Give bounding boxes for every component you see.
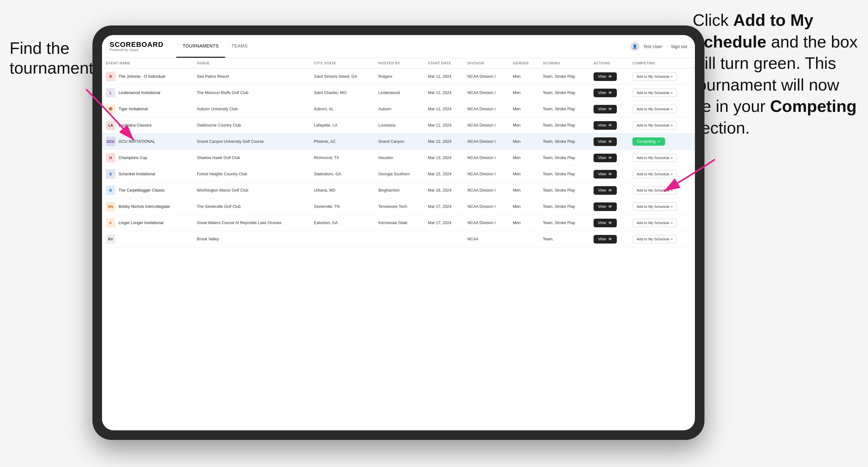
hosted-cell: Binghamton [375, 182, 424, 198]
gender-cell [509, 231, 539, 247]
tab-teams[interactable]: TEAMS [225, 35, 254, 58]
plus-icon: + [671, 123, 673, 127]
actions-cell: View 👁 [590, 85, 629, 101]
competing-button[interactable]: Competing ✓ [632, 137, 665, 146]
add-to-schedule-button[interactable]: Add to My Schedule + [632, 72, 677, 81]
gender-cell: Men [509, 85, 539, 101]
event-name: The Carpetbagger Classic [119, 188, 165, 192]
scoring-cell: Team, Stroke Play [539, 198, 590, 215]
city-cell: Eatonton, GA [310, 215, 375, 231]
scoring-cell: Team, Stroke Play [539, 150, 590, 166]
th-event: EVENT NAME [102, 58, 193, 68]
eye-icon: 👁 [608, 91, 612, 95]
venue-cell: Oakbourne Country Club [193, 117, 310, 133]
view-button[interactable]: View 👁 [593, 186, 617, 195]
plus-icon: + [671, 107, 673, 111]
venue-cell: Grand Canyon University Golf Course [193, 133, 310, 150]
gender-cell: Men [509, 166, 539, 182]
city-cell: Urbana, MD [310, 182, 375, 198]
table-row: B The Carpetbagger Classic Worthington M… [102, 182, 695, 198]
eye-icon: 👁 [608, 204, 612, 209]
th-hosted: HOSTED BY [375, 58, 424, 68]
division-cell: NCAA Division I [464, 101, 509, 117]
actions-cell: View 👁 [590, 231, 629, 247]
annotation-right: Click Add to My Schedule and the box wil… [693, 9, 859, 139]
eye-icon: 👁 [608, 172, 612, 177]
gender-cell: Men [509, 68, 539, 85]
date-cell: Mar 17, 2024 [424, 198, 464, 215]
logo-text: SCOREBOARD [110, 41, 163, 48]
actions-cell: View 👁 [590, 133, 629, 150]
city-cell: Statesboro, GA [310, 166, 375, 182]
view-button[interactable]: View 👁 [593, 170, 617, 179]
add-to-schedule-button[interactable]: Add to My Schedule + [632, 235, 677, 243]
view-button[interactable]: View 👁 [593, 203, 617, 211]
tablet-screen: SCOREBOARD Powered by clippd TOURNAMENTS… [102, 35, 695, 430]
city-cell: Sevierville, TN [310, 198, 375, 215]
th-city: CITY, STATE [310, 58, 375, 68]
date-cell: Mar 11, 2024 [424, 85, 464, 101]
view-button[interactable]: View 👁 [593, 105, 617, 114]
user-avatar: 👤 [630, 42, 640, 51]
add-to-schedule-button[interactable]: Add to My Schedule + [632, 219, 677, 227]
venue-cell: Great Waters Course At Reynolds Lake Oco… [193, 215, 310, 231]
add-to-schedule-button[interactable]: Add to My Schedule + [632, 121, 677, 129]
event-name: Schenkel Invitational [119, 172, 155, 176]
scoring-cell: Team, Stroke Play [539, 117, 590, 133]
venue-cell: Auburn University Club [193, 101, 310, 117]
actions-cell: View 👁 [590, 68, 629, 85]
eye-icon: 👁 [608, 221, 612, 225]
competing-cell: Add to My Schedule + [629, 85, 695, 101]
table-row: S Schenkel Invitational Forest Heights C… [102, 166, 695, 182]
city-cell: Saint Charles, MO [310, 85, 375, 101]
arrow-right [651, 153, 721, 201]
th-division: DIVISION [464, 58, 509, 68]
view-button[interactable]: View 👁 [593, 235, 617, 244]
hosted-cell: Louisiana [375, 117, 424, 133]
actions-cell: View 👁 [590, 150, 629, 166]
division-cell: NCAA Division I [464, 150, 509, 166]
venue-cell: Brook Valley [193, 231, 310, 247]
hosted-cell: Kennesaw State [375, 215, 424, 231]
scoring-cell: Team, Stroke Play [539, 166, 590, 182]
view-button[interactable]: View 👁 [593, 72, 617, 81]
event-name: Linger Longer Invitational [119, 221, 163, 225]
tab-tournaments[interactable]: TOURNAMENTS [176, 35, 225, 58]
add-label: Add to My Schedule [637, 107, 670, 111]
event-cell: S Schenkel Invitational [106, 169, 189, 179]
gender-cell: Men [509, 133, 539, 150]
th-gender: GENDER [509, 58, 539, 68]
view-button[interactable]: View 👁 [593, 137, 617, 146]
table-row: GCU GCU INVITATIONAL Grand Canyon Univer… [102, 133, 695, 150]
competing-label: Competing [637, 139, 655, 144]
actions-cell: View 👁 [590, 101, 629, 117]
view-button[interactable]: View 👁 [593, 219, 617, 227]
scoring-cell: Team, Stroke Play [539, 182, 590, 198]
signout-link[interactable]: Sign out [671, 44, 687, 49]
city-cell: Auburn, AL [310, 101, 375, 117]
date-cell: Mar 11, 2024 [424, 117, 464, 133]
actions-cell: View 👁 [590, 117, 629, 133]
view-button[interactable]: View 👁 [593, 89, 617, 97]
city-cell: Richmond, TX [310, 150, 375, 166]
gender-cell: Men [509, 182, 539, 198]
scoring-cell: Team, Stroke Play [539, 215, 590, 231]
event-cell: BV [106, 234, 189, 244]
venue-cell: Forest Heights Country Club [193, 166, 310, 182]
logo-sub: Powered by clippd [110, 48, 163, 52]
add-to-schedule-button[interactable]: Add to My Schedule + [632, 105, 677, 113]
hosted-cell: Auburn [375, 101, 424, 117]
date-cell: Mar 17, 2024 [424, 215, 464, 231]
hosted-cell: Houston [375, 150, 424, 166]
team-logo: R [106, 72, 115, 81]
add-label: Add to My Schedule [637, 74, 670, 79]
view-button[interactable]: View 👁 [593, 121, 617, 130]
gender-cell: Men [509, 150, 539, 166]
add-to-schedule-button[interactable]: Add to My Schedule + [632, 89, 677, 97]
hosted-cell: Lindenwood [375, 85, 424, 101]
division-cell: NCAA Division I [464, 182, 509, 198]
event-cell: R The Johnnie - O Individual [106, 72, 189, 81]
view-button[interactable]: View 👁 [593, 154, 617, 162]
gender-cell: Men [509, 198, 539, 215]
add-to-schedule-button[interactable]: Add to My Schedule + [632, 203, 677, 211]
